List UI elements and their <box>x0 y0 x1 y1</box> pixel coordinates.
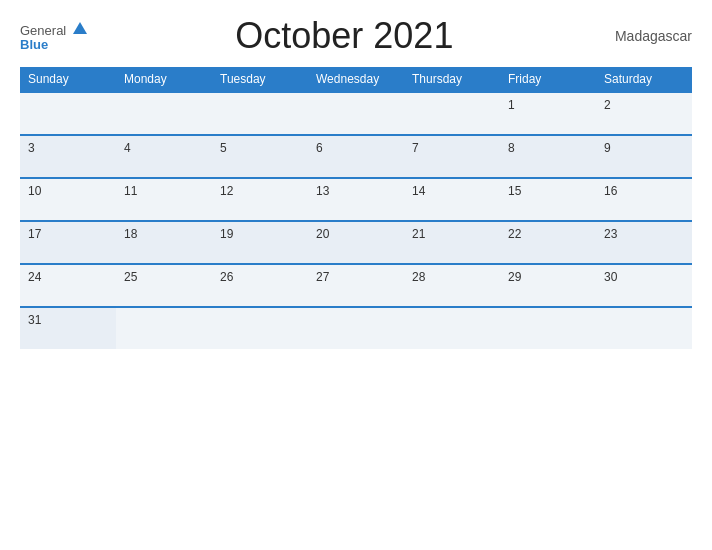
calendar-day: 7 <box>404 135 500 178</box>
calendar-day-empty <box>212 92 308 135</box>
calendar-day: 10 <box>20 178 116 221</box>
calendar-day: 12 <box>212 178 308 221</box>
calendar-day: 8 <box>500 135 596 178</box>
col-saturday: Saturday <box>596 67 692 92</box>
calendar-day: 31 <box>20 307 116 349</box>
day-number: 29 <box>508 270 521 284</box>
calendar-day-empty <box>116 92 212 135</box>
day-number: 7 <box>412 141 419 155</box>
calendar-grid: Sunday Monday Tuesday Wednesday Thursday… <box>20 67 692 349</box>
calendar-day: 14 <box>404 178 500 221</box>
calendar-day: 3 <box>20 135 116 178</box>
col-monday: Monday <box>116 67 212 92</box>
day-number: 5 <box>220 141 227 155</box>
col-thursday: Thursday <box>404 67 500 92</box>
calendar-day-empty <box>20 92 116 135</box>
day-number: 2 <box>604 98 611 112</box>
calendar-day: 5 <box>212 135 308 178</box>
day-number: 22 <box>508 227 521 241</box>
calendar-day-empty <box>308 92 404 135</box>
calendar-day-empty <box>404 307 500 349</box>
calendar-day: 16 <box>596 178 692 221</box>
logo-blue-text: Blue <box>20 38 48 51</box>
calendar-week-row: 10111213141516 <box>20 178 692 221</box>
calendar-day: 4 <box>116 135 212 178</box>
logo-top-row: General <box>20 22 87 38</box>
calendar-day: 21 <box>404 221 500 264</box>
calendar-header: General Blue October 2021 Madagascar <box>20 15 692 57</box>
calendar-week-row: 31 <box>20 307 692 349</box>
calendar-day-empty <box>404 92 500 135</box>
day-number: 12 <box>220 184 233 198</box>
calendar-week-row: 3456789 <box>20 135 692 178</box>
calendar-day: 1 <box>500 92 596 135</box>
calendar-day-empty <box>596 307 692 349</box>
calendar-day: 15 <box>500 178 596 221</box>
logo: General Blue <box>20 22 87 51</box>
day-number: 21 <box>412 227 425 241</box>
weekday-header: Sunday Monday Tuesday Wednesday Thursday… <box>20 67 692 92</box>
calendar-week-row: 24252627282930 <box>20 264 692 307</box>
calendar-day: 9 <box>596 135 692 178</box>
calendar-day-empty <box>212 307 308 349</box>
day-number: 28 <box>412 270 425 284</box>
col-sunday: Sunday <box>20 67 116 92</box>
day-number: 19 <box>220 227 233 241</box>
calendar-day-empty <box>500 307 596 349</box>
calendar-day: 22 <box>500 221 596 264</box>
day-number: 16 <box>604 184 617 198</box>
day-number: 20 <box>316 227 329 241</box>
calendar-week-row: 17181920212223 <box>20 221 692 264</box>
calendar-body: 1234567891011121314151617181920212223242… <box>20 92 692 349</box>
day-number: 15 <box>508 184 521 198</box>
day-number: 1 <box>508 98 515 112</box>
day-number: 4 <box>124 141 131 155</box>
calendar-day: 30 <box>596 264 692 307</box>
day-number: 23 <box>604 227 617 241</box>
calendar-day: 27 <box>308 264 404 307</box>
calendar-day: 25 <box>116 264 212 307</box>
logo-general-text: General <box>20 23 66 38</box>
day-number: 3 <box>28 141 35 155</box>
month-title: October 2021 <box>87 15 602 57</box>
day-number: 27 <box>316 270 329 284</box>
day-number: 17 <box>28 227 41 241</box>
day-number: 13 <box>316 184 329 198</box>
calendar-day: 28 <box>404 264 500 307</box>
calendar-day: 2 <box>596 92 692 135</box>
calendar-day: 26 <box>212 264 308 307</box>
logo-triangle-icon <box>73 22 87 34</box>
day-number: 9 <box>604 141 611 155</box>
day-number: 31 <box>28 313 41 327</box>
calendar-day: 23 <box>596 221 692 264</box>
day-number: 8 <box>508 141 515 155</box>
day-number: 11 <box>124 184 137 198</box>
day-number: 30 <box>604 270 617 284</box>
calendar-day: 18 <box>116 221 212 264</box>
calendar-day: 6 <box>308 135 404 178</box>
calendar-day: 24 <box>20 264 116 307</box>
calendar-day: 20 <box>308 221 404 264</box>
day-number: 14 <box>412 184 425 198</box>
day-number: 18 <box>124 227 137 241</box>
calendar-day-empty <box>116 307 212 349</box>
calendar-day: 19 <box>212 221 308 264</box>
country-label: Madagascar <box>602 28 692 44</box>
calendar-week-row: 12 <box>20 92 692 135</box>
day-number: 25 <box>124 270 137 284</box>
calendar-day: 11 <box>116 178 212 221</box>
day-number: 24 <box>28 270 41 284</box>
col-friday: Friday <box>500 67 596 92</box>
day-number: 26 <box>220 270 233 284</box>
calendar-container: General Blue October 2021 Madagascar Sun… <box>0 0 712 550</box>
calendar-day-empty <box>308 307 404 349</box>
day-number: 6 <box>316 141 323 155</box>
day-number: 10 <box>28 184 41 198</box>
calendar-day: 17 <box>20 221 116 264</box>
calendar-day: 13 <box>308 178 404 221</box>
calendar-header-row: Sunday Monday Tuesday Wednesday Thursday… <box>20 67 692 92</box>
calendar-day: 29 <box>500 264 596 307</box>
col-tuesday: Tuesday <box>212 67 308 92</box>
col-wednesday: Wednesday <box>308 67 404 92</box>
